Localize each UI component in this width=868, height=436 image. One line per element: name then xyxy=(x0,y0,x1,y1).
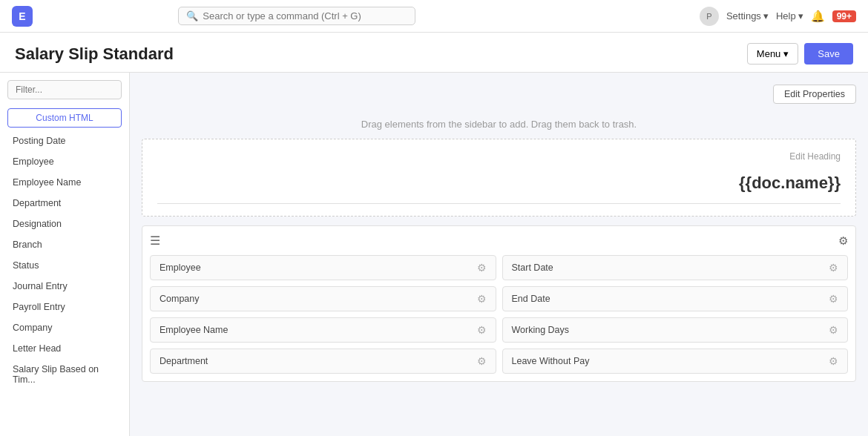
field-left-1: Company⚙ xyxy=(150,286,496,311)
field-label: Company xyxy=(160,294,200,304)
page-header: Salary Slip Standard Menu ▾ Save xyxy=(0,33,868,73)
field-right-1: End Date⚙ xyxy=(502,286,849,311)
field-gear-icon[interactable]: ⚙ xyxy=(477,262,487,274)
menu-button[interactable]: Menu ▾ xyxy=(747,43,799,65)
sidebar-item-posting-date[interactable]: Posting Date xyxy=(0,131,129,151)
section-gear-icon[interactable]: ⚙ xyxy=(838,234,848,248)
sidebar-item-department[interactable]: Department xyxy=(0,193,129,214)
doc-name: {{doc.name}} xyxy=(157,168,841,196)
edit-heading-row[interactable]: Edit Heading xyxy=(157,151,841,162)
fields-section: ☰ ⚙ Employee⚙Start Date⚙Company⚙End Date… xyxy=(142,225,856,382)
sidebar-items-list: Posting DateEmployeeEmployee NameDepartm… xyxy=(0,131,129,390)
field-left-0: Employee⚙ xyxy=(150,255,496,280)
field-gear-icon[interactable]: ⚙ xyxy=(477,324,487,336)
sidebar-item-journal-entry[interactable]: Journal Entry xyxy=(0,276,129,297)
field-gear-icon[interactable]: ⚙ xyxy=(477,293,487,305)
field-gear-icon[interactable]: ⚙ xyxy=(829,355,838,367)
search-input[interactable] xyxy=(203,10,407,22)
edit-props-row: Edit Properties xyxy=(142,85,856,104)
topnav: E 🔍 P Settings ▾ Help ▾ 🔔 99+ xyxy=(0,0,868,33)
field-gear-icon[interactable]: ⚙ xyxy=(829,293,838,305)
field-label: Employee Name xyxy=(160,325,228,335)
sidebar-filter[interactable] xyxy=(0,73,129,104)
save-button[interactable]: Save xyxy=(804,43,853,65)
field-label: Department xyxy=(160,356,208,366)
field-gear-icon[interactable]: ⚙ xyxy=(829,262,838,274)
field-gear-icon[interactable]: ⚙ xyxy=(477,355,487,367)
field-label: Leave Without Pay xyxy=(512,356,590,366)
layout: Custom HTML Posting DateEmployeeEmployee… xyxy=(0,73,868,436)
sidebar-item-designation[interactable]: Designation xyxy=(0,214,129,234)
field-label: Employee xyxy=(160,262,201,273)
field-gear-icon[interactable]: ⚙ xyxy=(829,324,838,336)
sidebar-item-employee-name[interactable]: Employee Name xyxy=(0,172,129,193)
sidebar-item-employee[interactable]: Employee xyxy=(0,151,129,172)
field-left-2: Employee Name⚙ xyxy=(150,317,496,343)
sidebar: Custom HTML Posting DateEmployeeEmployee… xyxy=(0,73,130,436)
hamburger-icon[interactable]: ☰ xyxy=(150,234,160,248)
sidebar-item-company[interactable]: Company xyxy=(0,317,129,338)
sidebar-item-branch[interactable]: Branch xyxy=(0,234,129,255)
heading-divider xyxy=(157,203,841,204)
notifications-badge: 99+ xyxy=(832,10,856,22)
app-logo[interactable]: E xyxy=(12,6,33,27)
bell-icon: 🔔 xyxy=(811,10,825,23)
field-label: Working Days xyxy=(512,325,570,335)
fields-section-header: ☰ ⚙ xyxy=(150,234,848,248)
field-left-3: Department⚙ xyxy=(150,349,496,374)
nav-right: P Settings ▾ Help ▾ 🔔 99+ xyxy=(700,7,856,26)
field-label: End Date xyxy=(512,294,550,304)
notifications-button[interactable]: 🔔 xyxy=(811,10,825,23)
user-avatar[interactable]: P xyxy=(700,7,719,26)
fields-grid: Employee⚙Start Date⚙Company⚙End Date⚙Emp… xyxy=(150,255,848,374)
field-right-0: Start Date⚙ xyxy=(502,255,849,280)
sidebar-item-payroll-entry[interactable]: Payroll Entry xyxy=(0,297,129,317)
menu-chevron-icon: ▾ xyxy=(783,48,789,59)
field-right-3: Leave Without Pay⚙ xyxy=(502,349,849,374)
header-actions: Menu ▾ Save xyxy=(747,43,853,65)
custom-html-button[interactable]: Custom HTML xyxy=(7,108,122,128)
field-right-2: Working Days⚙ xyxy=(502,317,849,343)
main-content: Edit Properties Drag elements from the s… xyxy=(130,73,868,436)
field-label: Start Date xyxy=(512,262,553,273)
settings-button[interactable]: Settings ▾ xyxy=(726,10,769,22)
edit-properties-button[interactable]: Edit Properties xyxy=(773,85,856,104)
heading-section: Edit Heading {{doc.name}} xyxy=(142,139,856,217)
sidebar-item-status[interactable]: Status xyxy=(0,255,129,276)
search-bar[interactable]: 🔍 xyxy=(178,7,415,25)
sidebar-filter-input[interactable] xyxy=(7,80,122,99)
sidebar-item-salary-slip-based[interactable]: Salary Slip Based on Tim... xyxy=(0,359,129,390)
drag-hint: Drag elements from the sidebar to add. D… xyxy=(142,111,856,139)
help-chevron-icon: ▾ xyxy=(798,10,803,22)
page-title: Salary Slip Standard xyxy=(15,44,174,64)
sidebar-item-letter-head[interactable]: Letter Head xyxy=(0,338,129,359)
search-icon: 🔍 xyxy=(186,10,198,22)
settings-chevron-icon: ▾ xyxy=(763,10,769,22)
help-button[interactable]: Help ▾ xyxy=(776,10,803,22)
